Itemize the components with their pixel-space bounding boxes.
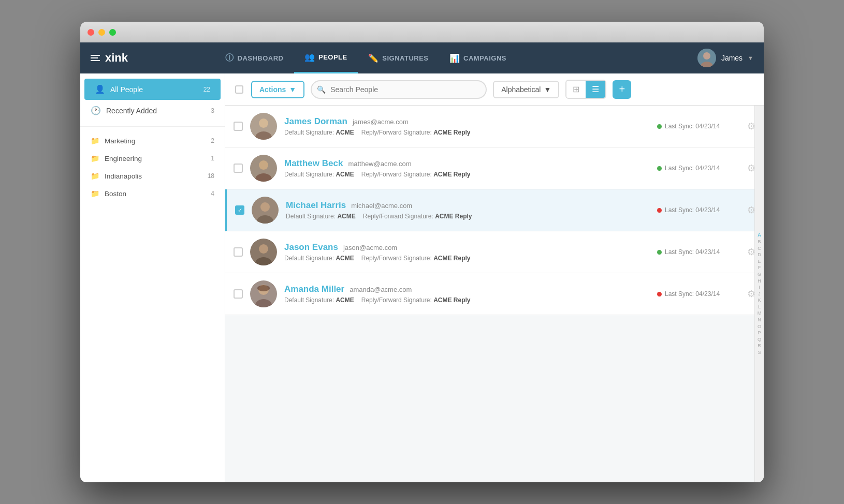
alpha-letter-c[interactable]: C <box>756 245 762 252</box>
sidebar-group-marketing[interactable]: 📁 Marketing 2 <box>80 132 225 150</box>
grid-view-button[interactable]: ⊞ <box>566 81 586 98</box>
default-sig-label: Default Signature: ACME <box>284 129 354 136</box>
person-row-michael-harris[interactable]: Michael Harris michael@acme.com Default … <box>225 189 764 231</box>
person-checkbox[interactable] <box>234 247 243 257</box>
nav-label-signatures: SIGNATURES <box>382 54 428 62</box>
sync-dot-red <box>657 208 662 213</box>
search-input[interactable] <box>311 80 487 99</box>
sync-dot-green <box>657 250 662 255</box>
person-name: Michael Harris <box>286 200 346 211</box>
person-sync-status: Last Sync: 04/23/14 <box>657 206 740 214</box>
chevron-down-icon: ▼ <box>748 55 753 61</box>
person-row-jason-evans[interactable]: Jason Evans jason@acme.com Default Signa… <box>225 231 764 273</box>
alpha-letter-h[interactable]: H <box>756 278 762 285</box>
user-group-icon: 👥 <box>304 52 315 62</box>
sync-dot-green <box>657 124 662 129</box>
sort-chevron-icon: ▼ <box>544 85 551 94</box>
svg-point-1 <box>703 52 710 60</box>
app: xink ⓘ DASHBOARD 👥 PEOPLE ✏️ SIGNATURES … <box>80 42 764 482</box>
person-icon: 👤 <box>95 84 105 94</box>
group-label-indianapolis: Indianapolis <box>105 172 142 180</box>
person-signatures: Default Signature: ACME Reply/Forward Si… <box>286 213 650 220</box>
alpha-letter-p[interactable]: P <box>756 330 762 336</box>
sidebar-group-indianapolis[interactable]: 📁 Indianapolis 18 <box>80 167 225 185</box>
sync-date: Last Sync: 04/23/14 <box>665 206 720 214</box>
alpha-letter-d[interactable]: D <box>756 251 762 258</box>
alpha-letter-k[interactable]: K <box>756 297 762 304</box>
person-sync-status: Last Sync: 04/23/14 <box>657 290 740 298</box>
person-checkbox[interactable] <box>234 164 243 173</box>
mac-window-buttons <box>88 29 116 36</box>
sync-dot-red <box>657 292 662 297</box>
sidebar-group-boston[interactable]: 📁 Boston 4 <box>80 185 225 202</box>
nav-label-dashboard: DASHBOARD <box>238 54 284 62</box>
actions-label: Actions <box>259 85 286 94</box>
person-row-matthew-beck[interactable]: Matthew Beck matthew@acme.com Default Si… <box>225 147 764 189</box>
list-view-button[interactable]: ☰ <box>586 81 605 98</box>
person-checkbox-checked[interactable] <box>235 205 244 215</box>
sync-date: Last Sync: 04/23/14 <box>665 165 720 172</box>
sidebar-group-engineering[interactable]: 📁 Engineering 1 <box>80 150 225 167</box>
user-menu[interactable]: James ▼ <box>697 49 753 67</box>
bar-chart-icon: 📊 <box>449 53 460 63</box>
alpha-letter-n[interactable]: N <box>756 317 762 323</box>
sidebar-item-recently-added[interactable]: 🕐 Recently Added 3 <box>80 100 225 121</box>
marketing-count: 2 <box>211 137 214 144</box>
nav-item-campaigns[interactable]: 📊 CAMPAIGNS <box>439 42 517 73</box>
search-icon: 🔍 <box>317 85 326 94</box>
menu-icon <box>91 55 100 61</box>
group-label-boston: Boston <box>105 190 126 198</box>
person-sync-status: Last Sync: 04/23/14 <box>657 248 740 256</box>
svg-point-13 <box>259 244 268 254</box>
app-name: xink <box>105 51 128 65</box>
actions-button[interactable]: Actions ▼ <box>251 81 304 98</box>
alpha-letter-m[interactable]: M <box>756 310 763 317</box>
sidebar-item-all-people[interactable]: 👤 All People 22 <box>84 79 221 100</box>
alpha-letter-f[interactable]: F <box>757 264 762 271</box>
close-button[interactable] <box>88 29 94 36</box>
person-checkbox[interactable] <box>234 122 243 131</box>
alpha-letter-o[interactable]: O <box>756 323 762 330</box>
alpha-letter-l[interactable]: L <box>757 304 762 310</box>
person-avatar-james-dorman <box>250 113 277 140</box>
person-signatures: Default Signature: ACME Reply/Forward Si… <box>284 171 650 178</box>
nav-item-people[interactable]: 👥 PEOPLE <box>294 42 358 73</box>
person-info-jason-evans: Jason Evans jason@acme.com Default Signa… <box>284 242 650 262</box>
minimize-button[interactable] <box>98 29 105 36</box>
sidebar: 👤 All People 22 🕐 Recently Added 3 📁 Mar… <box>80 73 225 482</box>
person-sync-status: Last Sync: 04/23/14 <box>657 123 740 130</box>
alpha-letter-g[interactable]: G <box>756 271 762 278</box>
maximize-button[interactable] <box>109 29 116 36</box>
folder-icon-indianapolis: 📁 <box>91 172 99 180</box>
person-name: James Dorman <box>284 116 347 127</box>
reply-sig-label: Reply/Forward Signature: ACME Reply <box>361 297 471 304</box>
reply-sig-label: Reply/Forward Signature: ACME Reply <box>361 171 471 178</box>
alpha-letter-i[interactable]: I <box>758 284 761 291</box>
sync-date: Last Sync: 04/23/14 <box>665 123 720 130</box>
add-person-button[interactable]: + <box>613 80 631 99</box>
alpha-letter-r[interactable]: R <box>756 343 762 349</box>
nav-item-dashboard[interactable]: ⓘ DASHBOARD <box>215 42 294 73</box>
select-all-checkbox[interactable] <box>234 84 245 95</box>
alpha-letter-e[interactable]: E <box>756 258 762 265</box>
alpha-letter-b[interactable]: B <box>756 239 762 245</box>
avatar-image <box>697 49 716 67</box>
people-list: James Dorman james@acme.com Default Sign… <box>225 106 764 482</box>
alpha-letter-q[interactable]: Q <box>756 336 762 343</box>
person-avatar-matthew-beck <box>250 155 277 182</box>
person-row-amanda-miller[interactable]: Amanda Miller amanda@acme.com Default Si… <box>225 273 764 315</box>
default-sig-label: Default Signature: ACME <box>284 255 354 262</box>
sync-date: Last Sync: 04/23/14 <box>665 290 720 298</box>
top-nav: xink ⓘ DASHBOARD 👥 PEOPLE ✏️ SIGNATURES … <box>80 42 764 73</box>
sort-button[interactable]: Alphabetical ▼ <box>493 81 559 98</box>
alpha-letter-a[interactable]: A <box>756 232 762 239</box>
alpha-letter-s[interactable]: S <box>756 349 762 356</box>
folder-icon-engineering: 📁 <box>91 154 99 162</box>
select-all-box[interactable] <box>235 85 243 94</box>
person-email: amanda@acme.com <box>350 286 412 293</box>
person-checkbox[interactable] <box>234 289 243 299</box>
person-row-james-dorman[interactable]: James Dorman james@acme.com Default Sign… <box>225 106 764 147</box>
person-avatar-michael-harris <box>252 197 279 224</box>
nav-item-signatures[interactable]: ✏️ SIGNATURES <box>358 42 439 73</box>
alpha-letter-j[interactable]: J <box>757 291 762 298</box>
